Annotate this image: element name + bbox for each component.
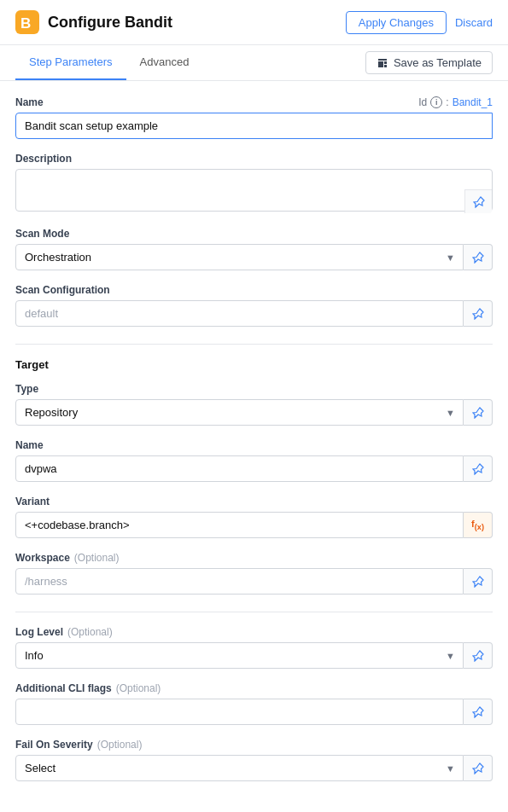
scan-mode-pin-button[interactable] bbox=[464, 244, 493, 270]
target-type-select[interactable]: Repository Container Instance bbox=[15, 399, 464, 426]
tab-step-parameters[interactable]: Step Parameters bbox=[15, 45, 126, 80]
cli-flags-input-row bbox=[15, 699, 493, 725]
bandit-logo-icon: B bbox=[15, 10, 39, 34]
id-info-icon[interactable]: i bbox=[430, 96, 442, 108]
template-icon bbox=[377, 57, 388, 69]
target-name-label: Name bbox=[15, 439, 493, 451]
description-textarea[interactable] bbox=[15, 169, 493, 212]
expression-icon: f(x) bbox=[471, 519, 484, 531]
variant-expression-button[interactable]: f(x) bbox=[464, 512, 493, 538]
target-section-title: Target bbox=[15, 358, 493, 371]
workspace-input[interactable] bbox=[15, 568, 464, 594]
advanced-divider bbox=[15, 612, 493, 612]
pin-icon bbox=[472, 308, 484, 320]
target-divider bbox=[15, 344, 493, 345]
pin-icon bbox=[472, 706, 484, 718]
log-level-select-wrapper: Info Debug Warning Error ▼ bbox=[15, 642, 464, 669]
workspace-label: Workspace (Optional) bbox=[15, 552, 493, 564]
cli-flags-input[interactable] bbox=[15, 699, 464, 725]
id-separator: : bbox=[446, 96, 448, 108]
save-template-label: Save as Template bbox=[394, 56, 482, 69]
target-name-input-row bbox=[15, 455, 493, 482]
log-level-input-row: Info Debug Warning Error ▼ bbox=[15, 642, 493, 669]
pin-icon bbox=[472, 463, 484, 475]
description-textarea-row bbox=[15, 169, 493, 214]
fail-on-severity-label: Fail On Severity (Optional) bbox=[15, 739, 493, 751]
scan-mode-label: Scan Mode bbox=[15, 228, 493, 240]
log-level-pin-button[interactable] bbox=[464, 642, 493, 669]
target-type-select-wrapper: Repository Container Instance ▼ bbox=[15, 399, 464, 426]
scan-mode-select-wrapper: Orchestration Ingestion Extraction ▼ bbox=[15, 244, 464, 270]
fail-on-severity-pin-button[interactable] bbox=[464, 755, 493, 781]
name-label: Name Id i : Bandit_1 bbox=[15, 96, 493, 108]
target-name-pin-button[interactable] bbox=[464, 455, 493, 482]
save-as-template-button[interactable]: Save as Template bbox=[365, 51, 493, 74]
pin-icon bbox=[472, 650, 484, 662]
description-field-group: Description bbox=[15, 153, 493, 214]
header-title: Configure Bandit bbox=[48, 14, 172, 32]
pin-icon bbox=[472, 252, 484, 264]
header-left: B Configure Bandit bbox=[15, 10, 172, 34]
fail-on-severity-field-group: Fail On Severity (Optional) Select Criti… bbox=[15, 739, 493, 781]
target-type-field-group: Type Repository Container Instance ▼ bbox=[15, 383, 493, 426]
id-badge: Id i : Bandit_1 bbox=[418, 96, 493, 108]
cli-flags-label: Additional CLI flags (Optional) bbox=[15, 682, 493, 694]
pin-icon bbox=[472, 407, 484, 419]
scan-configuration-field-group: Scan Configuration bbox=[15, 284, 493, 327]
description-pin-button[interactable] bbox=[464, 189, 492, 213]
name-field-group: Name Id i : Bandit_1 bbox=[15, 96, 493, 139]
workspace-pin-button[interactable] bbox=[464, 568, 493, 594]
description-label: Description bbox=[15, 153, 493, 165]
tab-advanced[interactable]: Advanced bbox=[126, 45, 203, 80]
scan-mode-field-group: Scan Mode Orchestration Ingestion Extrac… bbox=[15, 228, 493, 270]
svg-text:B: B bbox=[20, 15, 31, 32]
scan-mode-input-row: Orchestration Ingestion Extraction ▼ bbox=[15, 244, 493, 270]
log-level-optional-label: (Optional) bbox=[67, 626, 113, 638]
target-type-label: Type bbox=[15, 383, 493, 395]
header-actions: Apply Changes Discard bbox=[346, 11, 493, 34]
pin-icon bbox=[473, 196, 485, 208]
scan-configuration-input[interactable] bbox=[15, 300, 464, 327]
workspace-optional-label: (Optional) bbox=[74, 552, 120, 564]
pin-icon bbox=[472, 576, 484, 588]
discard-button[interactable]: Discard bbox=[455, 16, 493, 29]
variant-field-group: Variant f(x) bbox=[15, 496, 493, 538]
apply-changes-button[interactable]: Apply Changes bbox=[346, 11, 447, 34]
workspace-field-group: Workspace (Optional) bbox=[15, 552, 493, 594]
cli-flags-optional-label: (Optional) bbox=[116, 682, 161, 694]
target-name-field-group: Name bbox=[15, 439, 493, 482]
cli-flags-pin-button[interactable] bbox=[464, 699, 493, 725]
tabs-bar: Step Parameters Advanced Save as Templat… bbox=[0, 45, 508, 81]
fail-on-severity-select-wrapper: Select Critical High Medium Low ▼ bbox=[15, 755, 464, 781]
fail-on-severity-optional-label: (Optional) bbox=[97, 739, 143, 751]
name-input[interactable] bbox=[15, 113, 493, 139]
workspace-input-row bbox=[15, 568, 493, 594]
fail-on-severity-select[interactable]: Select Critical High Medium Low bbox=[15, 755, 464, 781]
scan-configuration-label: Scan Configuration bbox=[15, 284, 493, 296]
log-level-field-group: Log Level (Optional) Info Debug Warning … bbox=[15, 626, 493, 669]
variant-label: Variant bbox=[15, 496, 493, 508]
id-label-text: Id bbox=[418, 96, 427, 108]
fail-on-severity-input-row: Select Critical High Medium Low ▼ bbox=[15, 755, 493, 781]
scan-configuration-pin-button[interactable] bbox=[464, 300, 493, 327]
id-value: Bandit_1 bbox=[453, 96, 493, 108]
target-type-pin-button[interactable] bbox=[464, 399, 493, 426]
form-area: Name Id i : Bandit_1 Description bbox=[0, 81, 508, 812]
target-name-input[interactable] bbox=[15, 455, 464, 482]
pin-icon bbox=[472, 763, 484, 774]
log-level-label: Log Level (Optional) bbox=[15, 626, 493, 638]
header: B Configure Bandit Apply Changes Discard bbox=[0, 0, 508, 45]
scan-mode-select[interactable]: Orchestration Ingestion Extraction bbox=[15, 244, 464, 270]
variant-input[interactable] bbox=[15, 512, 464, 538]
scan-configuration-input-row bbox=[15, 300, 493, 327]
variant-input-row: f(x) bbox=[15, 512, 493, 538]
cli-flags-field-group: Additional CLI flags (Optional) bbox=[15, 682, 493, 725]
tabs-left: Step Parameters Advanced bbox=[15, 45, 202, 80]
name-input-row bbox=[15, 113, 493, 139]
target-type-input-row: Repository Container Instance ▼ bbox=[15, 399, 493, 426]
log-level-select[interactable]: Info Debug Warning Error bbox=[15, 642, 464, 669]
